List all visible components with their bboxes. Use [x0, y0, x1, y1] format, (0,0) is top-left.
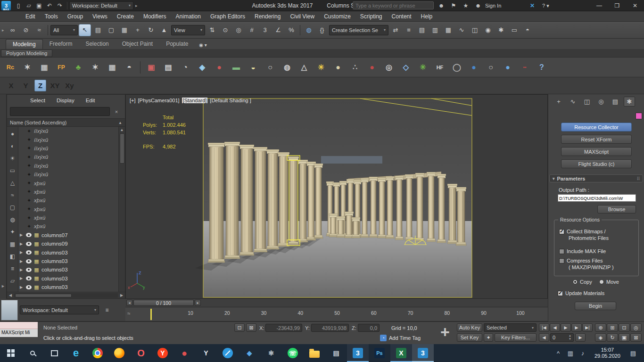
expand-arrow-icon[interactable]: ▶ — [20, 242, 24, 246]
open-file-icon[interactable]: ▱ — [24, 1, 34, 10]
x-coordinate-field[interactable]: -23643,99 — [265, 324, 302, 332]
tray-volume-icon[interactable]: ♪ — [577, 344, 589, 362]
menu-item[interactable]: Help — [416, 11, 438, 22]
go-to-end-button[interactable]: ▶| — [582, 323, 593, 332]
zoom-extents-icon[interactable]: ⊡ — [619, 323, 630, 332]
move-radio[interactable] — [599, 280, 604, 284]
filter-layers-icon[interactable]: ≡ — [8, 263, 17, 275]
y-coordinate-field[interactable]: 43919,938 — [311, 324, 349, 332]
key-filters-button[interactable]: Key Filters... — [495, 333, 537, 342]
motion-tab-icon[interactable]: ◎ — [595, 97, 607, 107]
utilities-tab-icon[interactable]: ✱ — [624, 97, 635, 107]
hierarchy-tab-icon[interactable]: ◫ — [581, 97, 593, 107]
modify-tab-icon[interactable]: ∿ — [567, 97, 578, 107]
next-key-button[interactable]: ▶ — [575, 333, 586, 342]
z-coordinate-field[interactable]: 0,0 — [358, 324, 380, 332]
viewport-menu-shading[interactable]: [Standard] — [182, 98, 208, 103]
viewport-menu-general[interactable]: [+] — [130, 98, 136, 103]
include-max-file-checkbox[interactable] — [559, 249, 564, 254]
ribbon-tab[interactable]: Modeling — [6, 39, 43, 49]
viewport[interactable]: Zxy [+] [PhysCamera001] [Standard] [Defa… — [125, 94, 548, 299]
listener-macro-area[interactable] — [0, 322, 38, 329]
scrollbar-thumb[interactable] — [120, 133, 124, 164]
play-selected-button[interactable]: ▶ — [571, 323, 582, 332]
spinner-arrows-icon[interactable]: ⇅ — [206, 24, 218, 36]
visibility-eye-icon[interactable] — [26, 250, 32, 255]
redo-icon[interactable]: ↷ — [55, 1, 65, 10]
menu-item[interactable]: Content — [387, 11, 416, 22]
user-icon[interactable]: ☻ — [473, 1, 483, 10]
auto-key-button[interactable]: Auto Key — [457, 323, 482, 332]
material-slot-swatch[interactable] — [1, 300, 18, 321]
taskbar-clock[interactable]: 15:07 29.05.2020 — [591, 347, 624, 359]
hf-icon[interactable]: HF — [432, 60, 447, 75]
notes-app-icon[interactable]: ▤ — [325, 344, 347, 362]
start-button[interactable] — [0, 344, 22, 362]
3dsmax-active-icon[interactable]: 3 — [412, 344, 434, 362]
pan-icon[interactable]: ◈ — [595, 333, 606, 342]
schematic-view-icon[interactable]: ◫ — [469, 24, 481, 36]
teapot-render-icon[interactable]: ◓ — [122, 60, 137, 75]
plane-icon[interactable]: ▬ — [229, 60, 244, 75]
play-button[interactable]: ▶ — [561, 323, 571, 332]
visibility-eye-icon[interactable] — [26, 285, 32, 289]
search-input[interactable] — [355, 3, 431, 8]
scrollbar-thumb[interactable] — [15, 294, 72, 297]
set-keys-icon[interactable]: ✦ — [484, 333, 493, 342]
named-selection-sets-icon[interactable]: {} — [316, 24, 328, 36]
clock-icon[interactable]: ◔ — [178, 60, 193, 75]
explorer-horizontal-scrollbar[interactable]: ◀ ▶ — [7, 292, 125, 298]
ring-gray-icon[interactable]: ◯ — [449, 60, 464, 75]
file-explorer-icon[interactable] — [304, 344, 325, 362]
menu-item[interactable]: Tools — [40, 11, 63, 22]
selection-filter-dropdown[interactable]: All▾ — [50, 25, 78, 35]
render-production-icon[interactable]: ◓ — [521, 24, 534, 36]
key-mode-dropdown[interactable]: Selected▾ — [484, 323, 537, 332]
firefox-icon[interactable] — [108, 344, 130, 362]
utility-button[interactable]: MAXScript — [561, 147, 632, 156]
light-app-icon[interactable]: Y — [195, 344, 217, 362]
save-file-icon[interactable]: ▣ — [34, 1, 44, 10]
scene-object-row[interactable]: ▶ ▦ columns07 — [18, 231, 118, 239]
scene-object-row[interactable]: ✦ xþxü — [18, 222, 118, 230]
utility-button[interactable]: Resource Collector — [561, 123, 632, 132]
explorer-menu-item[interactable]: Display — [51, 98, 80, 103]
filter-lights-icon[interactable]: ☀ — [8, 152, 17, 165]
circle-icon[interactable]: ○ — [263, 60, 278, 75]
menu-item[interactable]: Animation — [171, 11, 206, 22]
angle-snap-icon[interactable]: ∠ — [272, 24, 284, 36]
ring-icon[interactable]: ○ — [483, 60, 498, 75]
axis-constraint-button[interactable]: Xy — [64, 80, 75, 91]
orbit-icon[interactable]: ↻ — [607, 333, 618, 342]
scene-object-row[interactable]: ✦ ííxýxû — [18, 170, 118, 179]
render-setup-icon[interactable]: ✱ — [495, 24, 507, 36]
sun-icon[interactable]: ☀ — [314, 60, 329, 75]
minimize-button[interactable]: — — [590, 0, 608, 11]
bind-to-space-warp-icon[interactable]: ≈ — [33, 24, 45, 36]
help-search-box[interactable] — [353, 1, 434, 9]
target-icon[interactable]: ◎ — [381, 60, 396, 75]
forest-tree-icon[interactable]: ♣ — [71, 60, 86, 75]
toolbar2-icon[interactable] — [140, 61, 140, 74]
explorer-sort-header[interactable]: Name (Sorted Ascending)▲ — [7, 118, 125, 127]
workspace-flyout-icon[interactable]: ▸ — [135, 3, 139, 8]
forestpack-icon[interactable]: FP — [54, 60, 69, 75]
window-crossing-icon[interactable]: ▦ — [118, 24, 131, 36]
railclone-icon[interactable]: Rc — [3, 60, 18, 75]
rectangular-selection-region-icon[interactable]: ▢ — [105, 24, 117, 36]
selection-brackets-icon[interactable]: + — [437, 321, 454, 343]
yandex-browser-icon[interactable]: Y — [152, 344, 173, 362]
sphere-red-icon[interactable]: ● — [212, 60, 227, 75]
scene-object-row[interactable]: ✦ ííxýxû — [18, 144, 118, 153]
material-editor-icon[interactable]: ◉ — [482, 24, 494, 36]
scene-object-row[interactable]: ✦ xþxü — [18, 205, 118, 214]
populate-flyout-icon[interactable]: ◉ ▾ — [195, 41, 211, 49]
sign-in-button[interactable]: Sign In — [485, 3, 501, 8]
scene-object-row[interactable]: ✦ ííxýxû — [18, 135, 118, 144]
sphere-tan-icon[interactable]: ● — [330, 60, 346, 75]
axis-constraint-button[interactable]: XY — [49, 80, 61, 91]
scene-object-row[interactable]: ▶ ▦ columns03 — [18, 283, 118, 291]
task-view-icon[interactable] — [43, 344, 65, 362]
render-elements-icon[interactable]: ▤ — [161, 60, 176, 75]
chat-app-icon[interactable]: ◆ — [239, 344, 260, 362]
